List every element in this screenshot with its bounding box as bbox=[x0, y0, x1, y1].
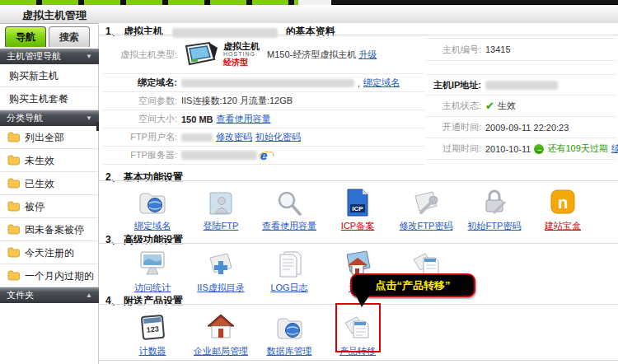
svg-text:n: n bbox=[558, 194, 568, 212]
renew-link[interactable]: 续费 bbox=[611, 142, 618, 155]
row-expire-time: 过期时间: 2010-10-11 → 还有109天过期 续费 bbox=[426, 138, 616, 160]
check-icon: ✔ bbox=[485, 100, 494, 112]
window-title-bar: 虚拟主机管理 bbox=[0, 5, 618, 24]
top-strip-dark-segment bbox=[331, 0, 618, 4]
row-bind-domain: 绑定域名: , 绑定域名 bbox=[103, 74, 424, 92]
ftp-login-icon bbox=[205, 189, 236, 217]
action-change-ftp-password[interactable]: 修改FTP密码 bbox=[391, 184, 461, 232]
space-params-value: IIS连接数:120 月流量:12GB bbox=[181, 95, 293, 107]
sidebar-item-active[interactable]: 已生效 bbox=[0, 172, 98, 195]
sidebar-group-host-management[interactable]: 主机管理导航 ▼ bbox=[0, 49, 99, 64]
sidebar-item-buy-new-host[interactable]: 购买新主机 bbox=[0, 64, 98, 87]
action-counter[interactable]: 123 计数器 bbox=[118, 310, 187, 357]
action-log[interactable]: LOG日志 bbox=[255, 246, 324, 294]
redacted-host-ip bbox=[485, 81, 558, 90]
action-view-usage[interactable]: 查看使用容量 bbox=[255, 184, 324, 232]
host-info-table-left: 虚拟主机类型: 虚拟主机 HOSTING 经济型 M150-经济型虚拟主机 升 bbox=[103, 35, 424, 165]
action-bind-domain[interactable]: 绑定域名 bbox=[118, 184, 187, 232]
row-open-time: 开通时间: 2009-09-11 22:20:23 bbox=[426, 117, 616, 138]
row-space-params: 空间参数: IIS连接数:120 月流量:12GB bbox=[103, 92, 424, 110]
section3-heading: 3、 高级功能设置 bbox=[105, 233, 183, 247]
bind-domain-link[interactable]: 绑定域名 bbox=[363, 77, 400, 89]
house-mail-icon bbox=[205, 313, 236, 343]
icp-document-icon: ICP bbox=[344, 188, 371, 217]
callout-tail bbox=[356, 296, 369, 307]
database-icon bbox=[274, 315, 305, 343]
sidebar-item-not-active[interactable]: 未生效 bbox=[0, 149, 98, 172]
folder-icon bbox=[7, 224, 20, 235]
section2-heading: 2、 基本功能设置 bbox=[105, 170, 183, 184]
divider bbox=[99, 360, 618, 361]
host-info-table-right: 主机编号: 13415 主机IP地址: 主机状态: ✔ 生效 开通时间: 200… bbox=[426, 38, 616, 160]
redacted-domain bbox=[181, 79, 354, 87]
magnifier-icon bbox=[274, 189, 305, 217]
init-password-link[interactable]: 初始化密码 bbox=[255, 131, 301, 143]
chevron-down-icon: ▼ bbox=[86, 49, 92, 64]
page-title: 虚拟主机管理 bbox=[22, 8, 87, 23]
sidebar-item-registered-today[interactable]: 今天注册的 bbox=[0, 241, 98, 264]
redacted-ftp-user bbox=[181, 133, 213, 142]
row-space-size: 空间大小: 150 MB 查看使用容量 bbox=[103, 110, 424, 128]
green-arrow-icon: → bbox=[534, 144, 544, 154]
section4-heading: 4、 附送产品设置 bbox=[105, 294, 183, 308]
redacted-ftp-server bbox=[181, 151, 257, 160]
log-document-icon bbox=[275, 250, 303, 279]
ftp-password-icon bbox=[410, 189, 442, 217]
lock-icon bbox=[479, 188, 510, 217]
change-password-link[interactable]: 修改密码 bbox=[216, 131, 252, 143]
action-visit-stats[interactable]: 访问统计 bbox=[118, 246, 187, 294]
tab-search[interactable]: 搜索 bbox=[49, 26, 90, 47]
folder-icon bbox=[7, 132, 20, 142]
host-status-value: 生效 bbox=[498, 100, 516, 112]
action-database-management[interactable]: 数据库管理 bbox=[255, 310, 324, 357]
sidebar-item-expiring-in-month[interactable]: 一个月内过期的 bbox=[0, 264, 98, 287]
action-icp-record[interactable]: ICP ICP备案 bbox=[323, 184, 392, 232]
tab-navigation[interactable]: 导航 bbox=[5, 26, 46, 47]
sidebar-item-list-all[interactable]: 列出全部 bbox=[0, 126, 98, 149]
action-iis-virtual-dir[interactable]: IIS虚拟目录 bbox=[186, 246, 255, 294]
row-host-id: 主机编号: 13415 bbox=[426, 38, 616, 61]
main-content: 1、 虚拟主机 的基本资料 虚拟主机类型: 虚拟主机 HOSTING bbox=[99, 23, 618, 364]
chevron-up-icon: ▲ bbox=[86, 287, 92, 303]
highlight-red-box bbox=[335, 303, 381, 352]
folder-icon bbox=[7, 247, 20, 258]
internet-explorer-icon[interactable]: e bbox=[260, 148, 267, 162]
svg-text:ICP: ICP bbox=[352, 205, 363, 212]
sidebar-item-stopped-no-icp[interactable]: 因未备案被停 bbox=[0, 218, 98, 241]
svg-text:123: 123 bbox=[146, 324, 159, 334]
host-id-value: 13415 bbox=[485, 44, 511, 54]
view-usage-link[interactable]: 查看使用容量 bbox=[217, 113, 271, 125]
sidebar-tabs: 导航 搜索 bbox=[5, 26, 97, 47]
row-ftp-server: FTP服务器: e bbox=[103, 147, 424, 165]
row-host-type: 虚拟主机类型: 虚拟主机 HOSTING 经济型 M150-经济型虚拟主机 升 bbox=[103, 35, 424, 74]
counter-icon: 123 bbox=[138, 313, 167, 343]
sitebox-icon: n bbox=[548, 188, 578, 217]
chevron-down-icon: ▼ bbox=[86, 110, 92, 126]
sidebar-group-category-nav[interactable]: 分类导航 ▼ bbox=[0, 110, 99, 126]
action-init-ftp-password[interactable]: 初始FTP密码 bbox=[460, 184, 529, 232]
folder-icon bbox=[7, 270, 20, 281]
folder-icon bbox=[7, 201, 20, 212]
row-ftp-user: FTP用户名: 修改密码 初始化密码 bbox=[103, 128, 424, 147]
upgrade-link[interactable]: 升级 bbox=[358, 49, 377, 61]
folder-icon bbox=[7, 178, 20, 189]
laptop-icon bbox=[181, 40, 221, 69]
divider bbox=[99, 180, 618, 181]
host-type-value: M150-经济型虚拟主机 bbox=[267, 49, 356, 61]
sidebar-group-folders[interactable]: 文件夹 ▲ bbox=[0, 287, 99, 303]
sidebar-item-stopped[interactable]: 被停 bbox=[0, 195, 98, 218]
action-login-ftp[interactable]: 登陆FTP bbox=[186, 184, 255, 232]
monitor-icon bbox=[137, 250, 168, 279]
sidebar: 导航 搜索 主机管理导航 ▼ 购买新主机 购买主机套餐 分类导航 ▼ 列出全部 … bbox=[0, 25, 99, 364]
action-mail-management[interactable]: 企业邮局管理 bbox=[186, 310, 255, 357]
row-host-status: 主机状态: ✔ 生效 bbox=[426, 96, 616, 117]
bind-domain-icon bbox=[137, 189, 168, 217]
expire-date-value: 2010-10-11 bbox=[485, 144, 531, 154]
iis-virtual-dir-icon bbox=[205, 251, 236, 279]
folder-icon bbox=[7, 155, 20, 166]
open-time-value: 2009-09-11 22:20:23 bbox=[485, 123, 569, 133]
action-sitebox[interactable]: n 建站宝盒 bbox=[528, 184, 597, 232]
sidebar-item-buy-host-plan[interactable]: 购买主机套餐 bbox=[0, 87, 98, 110]
divider bbox=[99, 243, 618, 244]
days-remaining: 还有109天过期 bbox=[547, 142, 607, 155]
